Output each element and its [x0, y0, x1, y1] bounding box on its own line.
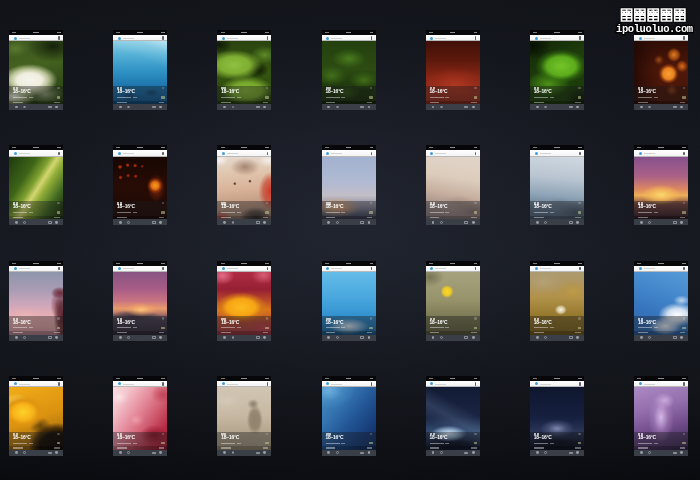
svg-text:ipoluoluo.com: ipoluoluo.com [616, 23, 693, 35]
